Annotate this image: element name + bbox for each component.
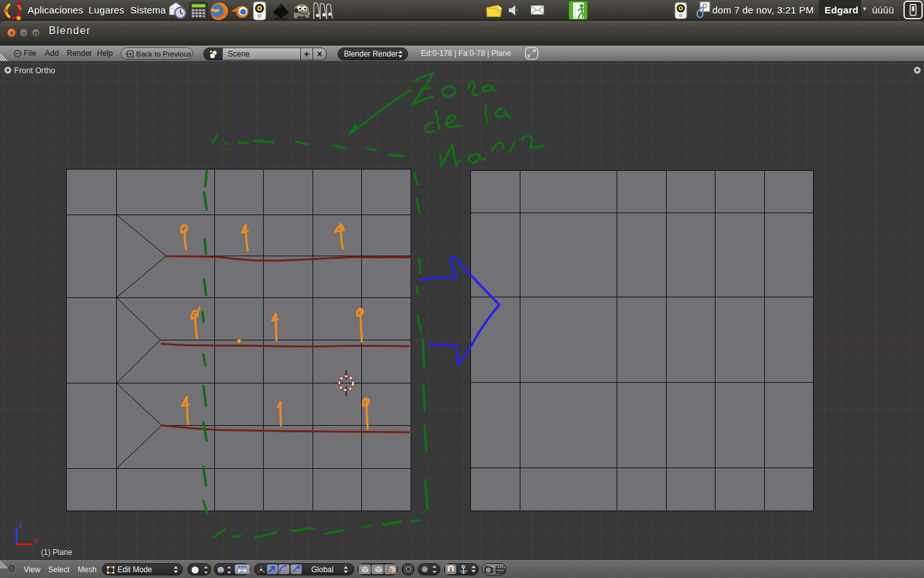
svg-text:x: x (34, 536, 38, 545)
svg-text:(1) Plane: (1) Plane (41, 548, 73, 557)
svg-text:z: z (19, 520, 22, 529)
svg-text:Front Ortho: Front Ortho (14, 66, 55, 75)
